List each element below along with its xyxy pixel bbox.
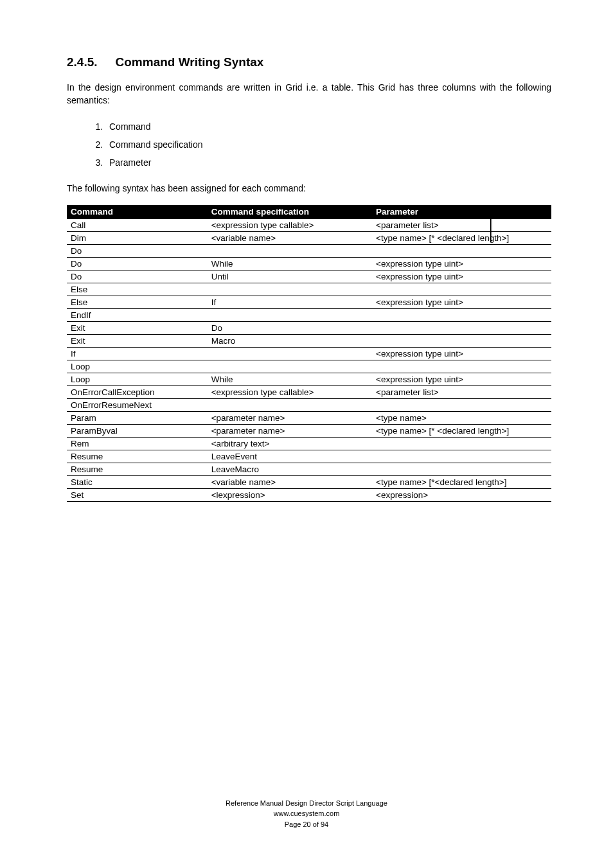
cell-spec: <variable name> [208,231,372,244]
cell-param [372,398,551,411]
table-row: DoUntil<expression type uint> [67,270,551,283]
cell-spec: Do [208,321,372,334]
cell-spec [208,347,372,360]
table-row: ParamByval<parameter name><type name> [*… [67,424,551,437]
cell-spec [208,308,372,321]
cell-param [372,308,551,321]
col-command-spec: Command specification [208,205,372,219]
footer-line-3: Page 20 of 94 [0,819,613,830]
cell-spec: <expression type callable> [208,218,372,231]
cell-spec: <parameter name> [208,411,372,424]
cell-spec [208,283,372,296]
cell-param: <expression> [372,488,551,501]
cell-command: ParamByval [67,424,208,437]
cell-spec [208,398,372,411]
cell-command: Do [67,244,208,257]
section-heading: 2.4.5.Command Writing Syntax [67,55,551,69]
page: 2.4.5.Command Writing Syntax In the desi… [0,0,613,868]
cell-spec: Until [208,270,372,283]
cell-spec [208,360,372,373]
section-title: Command Writing Syntax [116,55,264,69]
table-row: Call<expression type callable><parameter… [67,218,551,231]
cell-param [372,437,551,450]
cell-command: OnErrorResumeNext [67,398,208,411]
cell-param [372,244,551,257]
table-row: Static<variable name><type name> [*<decl… [67,475,551,488]
cell-param: <type name> [* <declared length>] [372,231,551,244]
cell-command: OnErrorCallException [67,385,208,398]
table-row: EndIf [67,308,551,321]
table-row: ResumeLeaveEvent [67,450,551,463]
semantics-list: Command Command specification Parameter [67,118,551,172]
cell-spec: <lexpression> [208,488,372,501]
intro-paragraph: In the design environment commands are w… [67,81,551,107]
cell-param: <expression type uint> [372,347,551,360]
cell-param [372,283,551,296]
syntax-table: Command Command specification Parameter … [67,205,551,502]
table-row: Param<parameter name><type name> [67,411,551,424]
section-number: 2.4.5. [67,55,98,69]
cell-spec: <expression type callable> [208,385,372,398]
footer-line-2: www.cuesystem.com [0,808,613,819]
cell-param: <parameter list> [372,385,551,398]
cell-spec: <parameter name> [208,424,372,437]
table-row: Do [67,244,551,257]
cell-param [372,463,551,475]
cell-command: Do [67,270,208,283]
footer-line-1: Reference Manual Design Director Script … [0,798,613,809]
col-command: Command [67,205,208,219]
cell-command: Loop [67,373,208,385]
cell-param [372,321,551,334]
cell-spec: Macro [208,334,372,347]
cell-command: Set [67,488,208,501]
cell-param: <expression type uint> [372,296,551,308]
table-row: LoopWhile<expression type uint> [67,373,551,385]
cell-command: Loop [67,360,208,373]
table-row: OnErrorResumeNext [67,398,551,411]
cell-spec: If [208,296,372,308]
table-wrap: Command Command specification Parameter … [67,205,551,502]
cell-spec: <arbitrary text> [208,437,372,450]
cell-command: Else [67,296,208,308]
cell-command: Dim [67,231,208,244]
cell-spec: While [208,257,372,270]
cell-command: Rem [67,437,208,450]
cell-spec: <variable name> [208,475,372,488]
cell-command: Else [67,283,208,296]
table-row: Set<lexpression><expression> [67,488,551,501]
cell-command: Static [67,475,208,488]
cell-param: <type name> [*<declared length>] [372,475,551,488]
cell-spec: While [208,373,372,385]
cell-param: <expression type uint> [372,257,551,270]
cell-command: Resume [67,450,208,463]
cell-command: If [67,347,208,360]
table-right-double-border [490,205,492,242]
table-row: Rem<arbitrary text> [67,437,551,450]
cell-command: Exit [67,321,208,334]
cell-param: <type name> [* <declared length>] [372,424,551,437]
table-row: ResumeLeaveMacro [67,463,551,475]
cell-command: Param [67,411,208,424]
table-row: ElseIf<expression type uint> [67,296,551,308]
table-row: If<expression type uint> [67,347,551,360]
cell-spec: LeaveMacro [208,463,372,475]
cell-command: Resume [67,463,208,475]
cell-param: <type name> [372,411,551,424]
cell-param: <expression type uint> [372,373,551,385]
table-row: OnErrorCallException<expression type cal… [67,385,551,398]
table-row: Else [67,283,551,296]
cell-param: <expression type uint> [372,270,551,283]
cell-spec: LeaveEvent [208,450,372,463]
list-item: Command [105,118,551,136]
cell-param [372,450,551,463]
table-row: Loop [67,360,551,373]
cell-command: Call [67,218,208,231]
cell-param [372,334,551,347]
table-row: ExitMacro [67,334,551,347]
following-paragraph: The following syntax has been assigned f… [67,183,551,193]
table-row: ExitDo [67,321,551,334]
table-row: Dim<variable name><type name> [* <declar… [67,231,551,244]
cell-spec [208,244,372,257]
cell-command: EndIf [67,308,208,321]
list-item: Command specification [105,136,551,154]
